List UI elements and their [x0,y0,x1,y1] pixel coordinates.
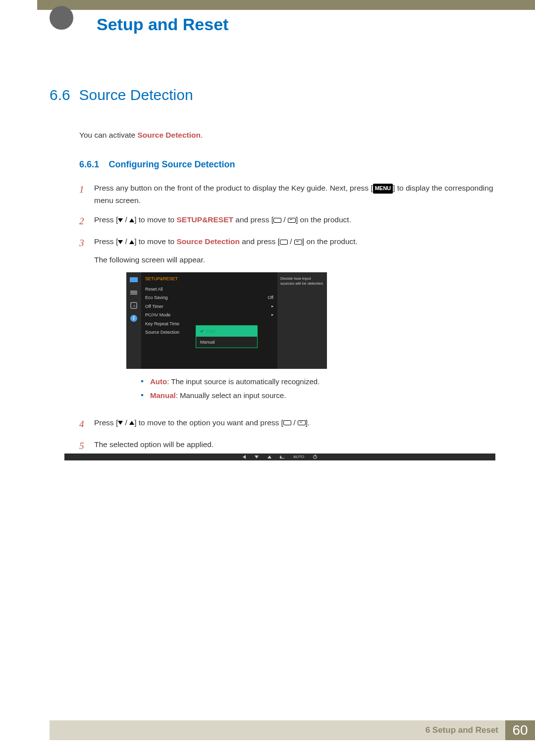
r: ▸ [271,303,273,310]
source-icon [280,240,288,245]
content-area: 6.6 Source Detection You can activate So… [50,87,495,460]
osd-dropdown: Auto Manual [196,325,258,349]
step-number: 4 [79,417,94,432]
t: and press [ [240,237,280,246]
l: PC/AV Mode [145,312,170,319]
section-title: Source Detection [79,87,193,103]
step-3-note: The following screen will appear. [94,254,495,266]
osd-item: Off Timer▸ [141,302,277,311]
footer: 6 Setup and Reset 60 [50,720,535,740]
chapter-title: Setup and Reset [97,15,228,34]
r: Off [268,295,273,302]
down-icon [118,421,123,425]
step-3: 3 Press [ / ] to move to Source Detectio… [79,236,495,410]
enter-icon [280,455,284,458]
step-number: 5 [79,439,94,454]
highlight: SETUP&RESET [176,215,233,224]
info-icon: i [129,315,138,322]
left-icon [243,455,246,459]
osd-item: Eco SavingOff [141,294,277,302]
steps-list: 1 Press any button on the front of the p… [79,182,495,454]
source-icon [283,420,291,425]
menu-list-icon [129,289,138,296]
step-number: 2 [79,214,94,229]
t: Press [ [94,237,118,246]
power-icon [313,455,317,459]
dropdown-option: Manual [196,337,257,348]
bullet-text: : The input source is automatically reco… [167,377,320,386]
t: ] to move to [134,215,176,224]
osd-sidebar: i [126,272,141,369]
l: Reset All [145,286,163,293]
highlight: Source Detection [176,237,239,246]
up-icon [129,218,134,222]
t: ]. [306,418,310,427]
footer-text: 6 Setup and Reset [426,725,498,735]
osd-screenshot: i SETUP&RESET Reset All Eco SavingOff Of… [126,272,327,369]
osd-nav-bar: AUTO [64,454,495,460]
l: Eco Saving [145,295,168,302]
down-icon [118,218,123,222]
section-number: 6.6 [50,87,77,103]
step-number: 3 [79,236,94,410]
menu-button-icon: MENU [373,184,393,194]
step-text: Press [ / ] to move to the option you wa… [94,417,495,432]
osd-main: SETUP&RESET Reset All Eco SavingOff Off … [141,272,277,369]
subsection-heading: 6.6.1 Configuring Source Detection [79,159,495,170]
chapter-badge-icon [50,6,73,30]
auto-label: AUTO [293,454,304,460]
step-5: 5 The selected option will be applied. [79,439,495,454]
t: Press [ [94,215,118,224]
bullet-text: : Manually select an input source. [176,391,286,400]
down-icon [255,455,259,458]
t: Press [ [94,418,118,427]
step-text: The selected option will be applied. [94,439,495,454]
bullet-manual: Manual: Manually select an input source. [141,389,495,403]
bullet-label: Manual [150,391,176,400]
subsection-title: Configuring Source Detection [108,159,235,170]
bullet-label: Auto [150,377,167,386]
subsection-number: 6.6.1 [79,159,107,170]
page-number: 60 [505,720,535,740]
step-text: Press [ / ] to move to SETUP&RESET and p… [94,214,495,229]
osd-item: Reset All [141,285,277,294]
up-icon [129,240,134,244]
step-1: 1 Press any button on the front of the p… [79,182,495,207]
l: Off Timer [145,303,163,310]
up-icon [129,421,134,425]
step-1a: Press any button on the front of the pro… [94,184,373,192]
top-bar [50,0,535,10]
osd-header: SETUP&RESET [141,274,277,285]
intro-suffix: . [201,131,203,139]
section-heading: 6.6 Source Detection [50,87,495,103]
source-icon [273,218,281,223]
t: ] to move to [134,237,176,246]
bullet-auto: Auto: The input source is automatically … [141,375,495,389]
l: Key Repeat Time [145,321,179,328]
step-number: 1 [79,182,94,207]
option-bullets: Auto: The input source is automatically … [141,375,495,403]
t: and press [ [233,215,273,224]
intro-prefix: You can activate [79,131,137,139]
t: ] on the product. [296,215,351,224]
dropdown-option-selected: Auto [196,326,257,337]
enter-icon [288,218,296,223]
l: Source Detection [145,329,179,336]
settings-icon [129,302,138,309]
step-text: Press [ / ] to move to Source Detection … [94,236,495,410]
osd-hint-panel: Decide how input sources will be detecte… [277,272,327,369]
up-icon [268,455,271,458]
enter-icon [294,240,302,245]
r: ▸ [271,312,273,319]
intro-text: You can activate Source Detection. [79,131,495,140]
top-accent [37,0,50,10]
intro-highlight: Source Detection [137,131,200,139]
step-4: 4 Press [ / ] to move to the option you … [79,417,495,432]
t: ] on the product. [302,237,358,246]
step-2: 2 Press [ / ] to move to SETUP&RESET and… [79,214,495,229]
down-icon [118,240,123,244]
t: ] to move to the option you want and pre… [134,418,283,427]
step-text: Press any button on the front of the pro… [94,182,495,207]
monitor-icon [129,276,138,283]
osd-item: PC/AV Mode▸ [141,311,277,320]
